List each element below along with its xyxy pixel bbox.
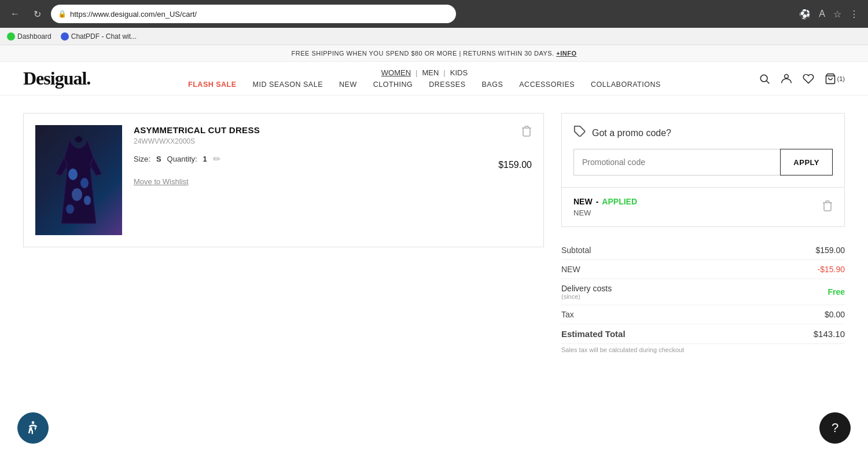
cart-icon	[825, 73, 836, 85]
tax-note: Sales tax will be calculated during chec…	[561, 344, 845, 353]
browser-bar: ← ↻ 🔒 https://www.desigual.com/en_US/car…	[0, 0, 868, 28]
nav-kids[interactable]: KIDS	[450, 68, 468, 77]
promo-title: Got a promo code?	[592, 128, 671, 138]
svg-point-8	[66, 204, 74, 214]
extensions-icon[interactable]: ⚽	[797, 6, 813, 22]
cart-button[interactable]: (1)	[825, 73, 845, 85]
item-meta: Size: S Quantity: 1 ✏	[134, 153, 532, 164]
wishlist-icon	[803, 73, 814, 85]
discount-label: NEW	[561, 265, 580, 274]
dashboard-favicon	[7, 32, 15, 41]
totals-section: Subtotal $159.00 NEW -$15.90 Delivery co…	[561, 239, 845, 356]
remove-coupon-button[interactable]	[822, 200, 833, 214]
bookmarks-bar: Dashboard ChatPDF - Chat wit...	[0, 28, 868, 45]
subtotal-label: Subtotal	[561, 246, 591, 255]
svg-point-6	[72, 188, 82, 201]
account-icon	[781, 73, 792, 85]
discount-value: -$15.90	[818, 265, 845, 274]
item-image	[35, 125, 122, 235]
tax-label: Tax	[561, 310, 574, 319]
nav-women[interactable]: WOMEN	[381, 68, 411, 77]
bookmark-chatpdf[interactable]: ChatPDF - Chat wit...	[61, 32, 137, 41]
delivery-row: Delivery costs (since) Free	[561, 279, 845, 305]
svg-point-4	[68, 169, 78, 180]
promo-banner-text: FREE SHIPPING WHEN YOU SPEND $80 OR MORE…	[292, 50, 554, 57]
profile-icon[interactable]: A	[816, 6, 827, 21]
lock-icon: 🔒	[58, 10, 67, 18]
reload-button[interactable]: ↻	[29, 6, 45, 22]
site-logo[interactable]: Desigual.	[23, 68, 90, 89]
url-bar[interactable]: 🔒 https://www.desigual.com/en_US/cart/	[51, 5, 456, 23]
nav-mid-season-sale[interactable]: MID SEASON SALE	[253, 81, 323, 89]
browser-menu[interactable]: ⋮	[847, 6, 861, 22]
size-label: Size:	[134, 155, 150, 163]
svg-line-1	[766, 81, 769, 83]
wishlist-button[interactable]	[803, 73, 814, 85]
coupon-applied-label: APPLIED	[602, 197, 637, 206]
help-button[interactable]: ?	[819, 412, 851, 444]
nav-clothing[interactable]: CLOTHING	[373, 81, 413, 89]
item-details: ASYMMETRICAL CUT DRESS 24WWVWXX2000S Siz…	[134, 125, 532, 186]
estimated-value: $143.10	[814, 329, 845, 339]
main-navigation: WOMEN | MEN | KIDS FLASH SALE MID SEASON…	[90, 68, 758, 89]
delete-item-button[interactable]	[521, 125, 532, 140]
nav-bags[interactable]: BAGS	[482, 81, 503, 89]
dress-illustration	[53, 134, 105, 226]
coupon-dash-sep: -	[596, 197, 599, 206]
nav-dresses[interactable]: DRESSES	[429, 81, 465, 89]
nav-collaborations[interactable]: COLLABORATIONS	[591, 81, 661, 89]
tax-row: Tax $0.00	[561, 305, 845, 324]
browser-actions: ⚽ A ☆ ⋮	[797, 6, 861, 22]
help-icon: ?	[832, 420, 838, 436]
browser-chrome: ← ↻ 🔒 https://www.desigual.com/en_US/car…	[0, 0, 868, 45]
svg-point-5	[80, 178, 89, 188]
tag-icon	[573, 125, 586, 138]
applied-coupon: NEW - APPLIED NEW	[561, 188, 845, 227]
page-content: ASYMMETRICAL CUT DRESS 24WWVWXX2000S Siz…	[0, 96, 868, 373]
move-to-wishlist-link[interactable]: Move to Wishlist	[134, 177, 189, 186]
quantity-label: Quantity:	[167, 155, 197, 163]
promo-code-input[interactable]	[573, 149, 780, 175]
tax-value: $0.00	[825, 310, 845, 319]
nav-sep-2: |	[443, 68, 445, 77]
top-nav: WOMEN | MEN | KIDS	[381, 68, 468, 77]
search-button[interactable]	[759, 73, 770, 85]
item-sku: 24WWVWXX2000S	[134, 137, 532, 145]
coupon-name-row: NEW - APPLIED	[573, 197, 637, 206]
delivery-since: (since)	[561, 293, 612, 300]
nav-men[interactable]: MEN	[422, 68, 439, 77]
chatpdf-favicon	[61, 32, 69, 41]
star-icon[interactable]: ☆	[831, 6, 844, 22]
svg-point-10	[32, 421, 35, 424]
discount-row: NEW -$15.90	[561, 260, 845, 279]
nav-accessories[interactable]: ACCESSORIES	[519, 81, 575, 89]
svg-point-7	[84, 196, 91, 205]
size-value: S	[156, 155, 161, 163]
promo-banner: FREE SHIPPING WHEN YOU SPEND $80 OR MORE…	[0, 45, 868, 62]
order-summary: Got a promo code? APPLY NEW - APPLIED NE…	[561, 113, 845, 356]
promo-header: Got a promo code?	[573, 125, 833, 141]
edit-icon[interactable]: ✏	[213, 153, 220, 164]
item-image-placeholder	[35, 125, 122, 235]
cart-item-card: ASYMMETRICAL CUT DRESS 24WWVWXX2000S Siz…	[23, 113, 544, 247]
cart-count: (1)	[837, 75, 845, 82]
promo-code-section: Got a promo code? APPLY	[561, 113, 845, 188]
site-header: Desigual. WOMEN | MEN | KIDS FLASH SALE …	[0, 62, 868, 96]
estimated-label: Estimated Total	[561, 329, 626, 339]
account-button[interactable]	[781, 73, 792, 85]
accessibility-button[interactable]	[17, 412, 49, 444]
nav-sep-1: |	[415, 68, 417, 77]
delivery-label-group: Delivery costs (since)	[561, 284, 612, 300]
item-price: $159.00	[498, 160, 532, 170]
item-name: ASYMMETRICAL CUT DRESS	[134, 125, 532, 135]
back-button[interactable]: ←	[7, 6, 23, 22]
bookmark-label: Dashboard	[17, 32, 52, 41]
url-text: https://www.desigual.com/en_US/cart/	[70, 10, 197, 19]
bookmark-dashboard[interactable]: Dashboard	[7, 32, 52, 41]
promo-apply-button[interactable]: APPLY	[780, 149, 833, 175]
accessibility-icon	[25, 420, 41, 436]
nav-new[interactable]: NEW	[339, 81, 357, 89]
promo-banner-link[interactable]: +INFO	[556, 50, 576, 57]
nav-flash-sale[interactable]: FLASH SALE	[188, 81, 236, 89]
bookmark-label: ChatPDF - Chat wit...	[71, 32, 137, 41]
